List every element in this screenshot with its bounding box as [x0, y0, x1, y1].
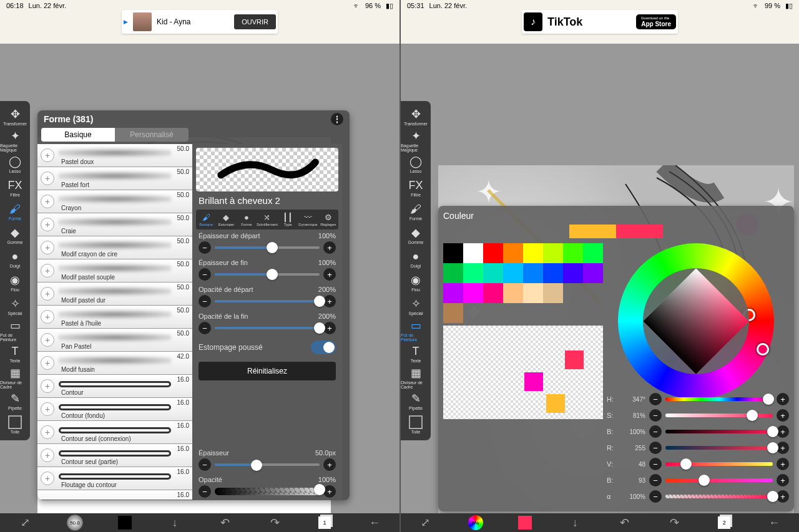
history-color-chip[interactable]: [546, 394, 565, 413]
slider-track[interactable]: [665, 414, 773, 417]
increase-button[interactable]: +: [777, 442, 789, 454]
increase-button[interactable]: +: [777, 393, 789, 405]
download-button[interactable]: ↓: [162, 515, 187, 531]
sidebar-item-filtre[interactable]: FXFiltre: [0, 176, 30, 200]
smudge-toggle[interactable]: [311, 341, 336, 354]
sidebar-item-gomme[interactable]: ◆Gomme: [401, 223, 431, 247]
color-swatch[interactable]: [523, 283, 543, 303]
sidebar-item-pipette[interactable]: ✎Pipette: [401, 389, 431, 413]
sidebar-item-doigt[interactable]: ●Doigt: [401, 247, 431, 271]
add-brush-icon[interactable]: +: [41, 172, 54, 185]
settings-tab-dynamique[interactable]: 〰Dynamique: [298, 210, 318, 230]
slider-track[interactable]: [665, 430, 773, 433]
sidebar-item-pipette[interactable]: ✎Pipette: [0, 389, 30, 413]
reset-button[interactable]: Réinitialisez: [199, 362, 336, 380]
settings-tab-estomper[interactable]: ◆Estomper: [216, 210, 236, 230]
increase-button[interactable]: +: [323, 241, 336, 254]
ad-banner-tiktok[interactable]: ♪ TikTok Download on the App Store: [522, 10, 678, 34]
redo-button[interactable]: ↷: [662, 515, 687, 531]
slider-track[interactable]: [665, 478, 773, 482]
decrease-button[interactable]: −: [649, 474, 662, 486]
appstore-button[interactable]: Download on the App Store: [636, 14, 676, 29]
color-swatch[interactable]: [503, 243, 523, 263]
brush-row[interactable]: + Contour seul (connexion) 16.0: [37, 421, 192, 444]
increase-button[interactable]: +: [323, 458, 336, 471]
add-brush-icon[interactable]: +: [41, 241, 54, 254]
sidebar-item-diviseur-de-cadre[interactable]: ▦Diviseur de Cadre: [0, 365, 30, 389]
sidebar-item-texte[interactable]: TTexte: [0, 342, 30, 365]
color-swatch[interactable]: [543, 263, 563, 283]
sidebar-item-toile[interactable]: Toile: [401, 413, 431, 437]
slider-track[interactable]: [215, 300, 320, 302]
ad-open-button[interactable]: OUVRIR: [234, 14, 276, 29]
increase-button[interactable]: +: [323, 295, 336, 307]
sidebar-item-diviseur-de-cadre[interactable]: ▦Diviseur de Cadre: [401, 365, 431, 389]
brush-size-indicator[interactable]: 50.0: [62, 515, 87, 531]
color-swatch[interactable]: [463, 283, 483, 303]
sidebar-item-spécial[interactable]: ✧Spécial: [0, 294, 30, 318]
brush-row[interactable]: + Pan Pastel 50.0: [37, 329, 192, 352]
brush-row[interactable]: + Crayon 50.0: [37, 190, 192, 213]
increase-button[interactable]: +: [323, 322, 336, 334]
panel-menu-icon[interactable]: ⋮: [331, 113, 343, 125]
sidebar-item-flou[interactable]: ◉Flou: [0, 271, 30, 294]
color-swatch[interactable]: [503, 283, 523, 303]
color-swatch[interactable]: [463, 243, 483, 263]
color-swatch[interactable]: [443, 283, 463, 303]
color-swatch[interactable]: [503, 263, 523, 283]
brush-row[interactable]: + Pastel fort 50.0: [37, 167, 192, 190]
sidebar-item-lasso[interactable]: ◯Lasso: [401, 152, 431, 176]
download-button[interactable]: ↓: [562, 515, 587, 531]
sidebar-item-pot-de-peinture[interactable]: ▭Pot de Peinture: [401, 318, 431, 342]
sidebar-item-transformer[interactable]: ✥Transformer: [401, 105, 431, 128]
color-swatch[interactable]: [463, 263, 483, 283]
add-brush-icon[interactable]: +: [41, 425, 54, 439]
back-button[interactable]: ←: [762, 515, 787, 531]
sidebar-item-doigt[interactable]: ●Doigt: [0, 247, 30, 271]
sidebar-item-toile[interactable]: Toile: [0, 413, 30, 437]
sidebar-item-spécial[interactable]: ✧Spécial: [401, 294, 431, 318]
brush-row[interactable]: + Contour 16.0: [37, 375, 192, 398]
brush-row[interactable]: 16.0: [37, 490, 192, 500]
increase-button[interactable]: +: [777, 458, 789, 470]
increase-button[interactable]: +: [323, 485, 336, 498]
color-swatch[interactable]: [483, 263, 503, 283]
color-swatch[interactable]: [563, 243, 583, 263]
brush-row[interactable]: + Pastel doux 50.0: [37, 144, 192, 167]
decrease-button[interactable]: −: [649, 425, 662, 438]
slider-track[interactable]: [215, 273, 320, 276]
color-swatch-button[interactable]: [512, 515, 537, 531]
decrease-button[interactable]: −: [649, 393, 662, 405]
slider-track[interactable]: [665, 462, 773, 466]
slider-track[interactable]: [215, 246, 320, 249]
layers-button[interactable]: 2: [712, 515, 737, 531]
slider-track[interactable]: [215, 463, 320, 466]
layers-button[interactable]: 1: [312, 515, 337, 531]
increase-button[interactable]: +: [777, 474, 789, 486]
slider-track[interactable]: [215, 327, 320, 329]
color-swatch[interactable]: [583, 243, 603, 263]
hue-marker-2[interactable]: [757, 343, 769, 355]
brush-hue-indicator[interactable]: 5%: [463, 515, 488, 531]
sidebar-item-baguette-magique[interactable]: ✦Baguette Magique: [0, 128, 30, 152]
decrease-button[interactable]: −: [649, 490, 662, 503]
color-swatch[interactable]: [583, 263, 603, 283]
color-swatch[interactable]: [563, 263, 583, 283]
slider-track[interactable]: [665, 397, 773, 401]
fullscreen-button[interactable]: ⤢: [12, 515, 37, 531]
brush-row[interactable]: + Modif pastel souple 50.0: [37, 259, 192, 283]
decrease-button[interactable]: −: [199, 241, 211, 254]
recent-color[interactable]: [569, 225, 616, 238]
color-swatch[interactable]: [523, 263, 543, 283]
color-swatch[interactable]: [483, 283, 503, 303]
decrease-button[interactable]: −: [649, 442, 662, 454]
color-swatch[interactable]: [543, 243, 563, 263]
brush-row[interactable]: + Contour seul (partie) 16.0: [37, 444, 192, 467]
brush-row[interactable]: + Craie 50.0: [37, 213, 192, 236]
settings-tab-forme[interactable]: ●Forme: [237, 210, 257, 230]
fullscreen-button[interactable]: ⤢: [413, 515, 438, 531]
brush-row[interactable]: + Modif crayon de cire 50.0: [37, 236, 192, 259]
recent-color[interactable]: [616, 225, 663, 238]
sidebar-item-gomme[interactable]: ◆Gomme: [0, 223, 30, 247]
color-swatch[interactable]: [443, 303, 463, 323]
